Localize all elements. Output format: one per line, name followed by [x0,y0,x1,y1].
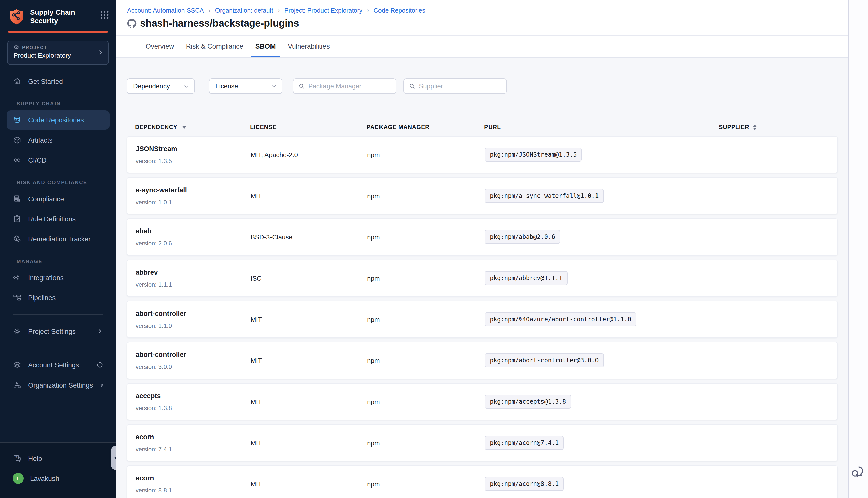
package-manager-cell: npm [367,357,485,364]
dependency-name: abbrev [135,268,251,276]
search-icon [298,83,305,89]
breadcrumb-link[interactable]: Account: Automation-SSCA [127,6,215,14]
package-manager-cell: npm [367,233,485,241]
dependency-cell: acorn version: 7.4.1 [135,433,251,453]
dependency-cell: acorn version: 8.8.1 [135,474,251,494]
sidebar-item-compliance[interactable]: Compliance [7,189,109,208]
dependency-name: accepts [135,392,251,399]
tab[interactable]: Overview [142,35,178,57]
section-title-manage: MANAGE [16,259,116,264]
dependency-version: version: 3.0.0 [135,363,251,370]
dependency-cell: abort-controller version: 3.0.0 [135,351,251,370]
chevron-right-icon [98,49,104,56]
column-label: SUPPLIER [719,124,749,130]
sidebar-item-label: Rule Definitions [28,215,76,223]
app-logo-row: Supply Chain Security [0,0,116,25]
tab[interactable]: SBOM [251,35,280,57]
license-filter-label: License [216,82,238,90]
sidebar-item-cicd[interactable]: CI/CD [7,150,109,170]
project-cube-icon [14,45,19,50]
remediation-box-pill-icon [13,234,22,244]
table-row: abort-controller version: 1.1.0 MIT npm … [127,301,838,338]
sidebar-collapse-handle[interactable] [111,446,116,470]
dependency-name: abab [135,227,251,235]
sidebar-nav: Get Started SUPPLY CHAIN Code Repositori… [0,72,116,395]
sidebar-item-label: CI/CD [28,156,47,164]
sidebar-item-help[interactable]: ? Help [7,449,109,468]
dependency-name: abort-controller [135,351,251,358]
sidebar-item-get-started[interactable]: Get Started [7,72,109,91]
sidebar-item-rule-definitions[interactable]: Rule Definitions [7,209,109,228]
tab[interactable]: Vulnerabilities [284,35,334,57]
package-manager-cell: npm [367,192,485,199]
table-row: accepts version: 1.3.8 MIT npm pkg:npm/a… [127,383,838,420]
layers-icon [13,361,22,369]
package-manager-input[interactable] [308,82,391,90]
sidebar-item-pipelines[interactable]: Pipelines [7,288,109,307]
sidebar-item-account-settings[interactable]: Account Settings [7,355,109,375]
dependency-version: version: 2.0.6 [135,240,251,247]
purl-chip: pkg:npm/abab@2.0.6 [485,230,560,244]
breadcrumb-link[interactable]: Project: Product Exploratory [284,6,374,14]
artifacts-box-icon [13,135,22,145]
sidebar-item-label: Remediation Tracker [28,235,91,243]
section-title-risk-compliance: RISK AND COMPLIANCE [16,180,116,185]
sidebar-item-label: Integrations [28,274,64,281]
sidebar-footer: ? Help L Lavakush [0,442,116,498]
compliance-document-icon [13,194,22,203]
brand-divider [8,31,108,32]
sidebar-item-project-settings[interactable]: Project Settings [7,322,109,341]
tabs: OverviewRisk & ComplianceSBOMVulnerabili… [142,35,334,57]
user-avatar: L [13,473,24,484]
supplier-search [403,78,507,94]
sidebar-item-integrations[interactable]: Integrations [7,268,109,287]
purl-chip: pkg:npm/JSONStream@1.3.5 [485,148,582,162]
supplier-input[interactable] [419,82,501,90]
tab[interactable]: Risk & Compliance [182,35,247,57]
pipelines-icon [13,293,22,302]
sidebar-item-label: Help [28,455,42,462]
info-icon[interactable] [100,381,103,389]
package-manager-cell: npm [367,315,485,323]
dependency-name: a-sync-waterfall [135,186,251,194]
license-cell: MIT [251,357,367,364]
home-icon [13,77,22,86]
table-row: JSONStream version: 1.3.5 MIT, Apache-2.… [127,136,838,173]
dependency-cell: abbrev version: 1.1.1 [135,268,251,288]
dependency-cell: JSONStream version: 1.3.5 [135,145,251,165]
license-cell: MIT [251,315,367,323]
sidebar-item-organization-settings[interactable]: Organization Settings [7,376,109,395]
chevron-right-icon [96,328,103,335]
sidebar-item-user[interactable]: L Lavakush [7,469,109,488]
info-icon[interactable] [96,362,103,368]
project-selector[interactable]: PROJECT Product Exploratory [7,41,109,65]
license-cell: ISC [251,274,367,282]
package-manager-search [293,78,396,94]
sidebar-item-remediation-tracker[interactable]: Remediation Tracker [7,230,109,249]
chat-widget-icon[interactable] [850,465,865,480]
app-switcher-grid-icon[interactable] [101,10,109,19]
license-filter-dropdown[interactable]: License [209,78,282,94]
column-header-dependency[interactable]: DEPENDENCY [135,124,250,130]
breadcrumb-link[interactable]: Code Repositories [374,7,426,14]
gear-icon [13,327,22,336]
sidebar-item-label: Project Settings [28,328,76,335]
purl-chip: pkg:npm/%40azure/abort-controller@1.1.0 [485,312,636,326]
table-row: acorn version: 7.4.1 MIT npm pkg:npm/aco… [127,424,838,461]
dependency-filter-dropdown[interactable]: Dependency [127,78,195,94]
breadcrumb-link[interactable]: Organization: default [215,6,284,14]
dependency-filter-label: Dependency [133,82,170,90]
integrations-icon [13,273,22,282]
page-title: shash-harness/backstage-plugins [140,17,299,29]
dependency-version: version: 8.8.1 [135,487,251,494]
help-chat-icon: ? [13,454,22,463]
search-icon [409,83,415,89]
organization-icon [13,381,22,390]
project-label: PROJECT [22,45,47,50]
sidebar-item-label: Code Repositories [28,116,84,124]
column-header-supplier[interactable]: SUPPLIER [719,124,829,130]
dependency-name: acorn [135,433,251,441]
sidebar-item-code-repositories[interactable]: Code Repositories [7,110,109,130]
sidebar-item-label: Account Settings [28,361,79,369]
sidebar-item-artifacts[interactable]: Artifacts [7,131,109,149]
